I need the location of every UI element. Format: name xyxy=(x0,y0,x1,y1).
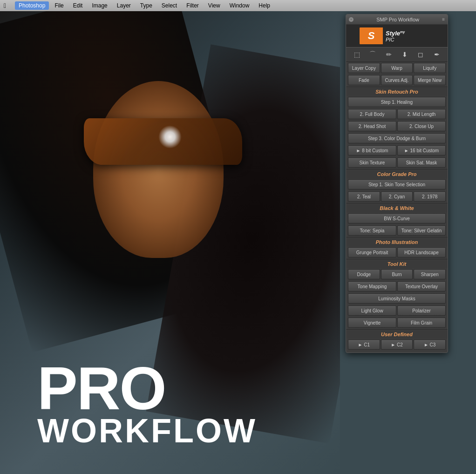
merge-new-button[interactable]: Merge New xyxy=(414,75,446,85)
tone-silver-gelatin-button[interactable]: Tone: Silver Gelatin xyxy=(397,225,446,236)
smp-pro-panel: × SMP Pro Workflow ≡ S Stylemy PIC ⬚ ⌒ ✏… xyxy=(346,14,448,353)
burn-button[interactable]: Burn xyxy=(381,269,413,279)
menu-file[interactable]: File xyxy=(51,1,67,10)
tone-sepia-button[interactable]: Tone: Sepia xyxy=(348,225,396,236)
hdr-landscape-button[interactable]: HDR Landscape xyxy=(397,247,446,257)
user-defined-header: User Defined xyxy=(346,330,448,339)
panel-close-button[interactable]: × xyxy=(349,17,354,22)
liquify-button[interactable]: Liquify xyxy=(414,63,446,73)
luminosity-row: Luminosity Masks xyxy=(346,292,448,305)
texture-overlay-button[interactable]: Texture Overlay xyxy=(397,281,446,291)
photo-background: PRO WORKFLOW xyxy=(0,11,340,474)
dodge-button[interactable]: Dodge xyxy=(348,269,380,279)
8bit-custom-button[interactable]: ► 8 bit Custom xyxy=(348,145,396,156)
full-body-button[interactable]: 2. Full Body xyxy=(348,109,396,119)
menu-image[interactable]: Image xyxy=(88,1,111,10)
logo-pic-text: PIC xyxy=(386,37,394,42)
c2-button[interactable]: ► C2 xyxy=(381,339,413,350)
divider-3 xyxy=(346,203,448,203)
menu-select[interactable]: Select xyxy=(158,1,181,10)
skin-texture-button[interactable]: Skin Texture xyxy=(348,157,396,168)
logo-letter-s: S xyxy=(360,27,383,44)
step1-cg-row: Step 1. Skin Tone Selection xyxy=(346,178,448,190)
luminosity-masks-button[interactable]: Luminosity Masks xyxy=(348,293,446,304)
panel-titlebar: × SMP Pro Workflow ≡ xyxy=(346,14,448,25)
head-shot-button[interactable]: 2. Head Shot xyxy=(348,121,396,131)
menu-window[interactable]: Window xyxy=(226,1,253,10)
brush-tool-icon[interactable]: ✏ xyxy=(383,49,395,60)
fade-button[interactable]: Fade xyxy=(348,75,380,85)
polarizer-button[interactable]: Polarizer xyxy=(397,305,446,316)
logo-my-text: my xyxy=(400,30,405,33)
sharpen-button[interactable]: Sharpen xyxy=(414,269,446,279)
pro-workflow-text: PRO WORKFLOW xyxy=(37,361,257,446)
menu-filter[interactable]: Filter xyxy=(183,1,203,10)
divider-6 xyxy=(346,329,448,330)
bw-scurve-row: BW S-Curve xyxy=(346,212,448,224)
menu-edit[interactable]: Edit xyxy=(69,1,87,10)
skin-sat-mask-button[interactable]: Skin Sat. Mask xyxy=(397,157,446,168)
menu-photoshop[interactable]: Photoshop xyxy=(15,1,49,10)
stylemypic-logo: S Stylemy PIC xyxy=(360,27,434,44)
btn-row-10: Dodge Burn Sharpen xyxy=(346,268,448,280)
grunge-portrait-button[interactable]: Grunge Portrait xyxy=(348,247,396,257)
divider-1 xyxy=(346,87,448,87)
logo-text: Stylemy PIC xyxy=(383,30,434,42)
close-up-button[interactable]: 2. Close Up xyxy=(397,121,446,131)
menu-help[interactable]: Help xyxy=(255,1,274,10)
16bit-custom-button[interactable]: ► 16 bit Custom xyxy=(397,145,446,156)
btn-row-13: Vignette Film Grain xyxy=(346,317,448,329)
color-grade-header: Color Grade Pro xyxy=(346,170,448,178)
step1-healing-button[interactable]: Step 1. Healing xyxy=(348,97,446,107)
film-grain-button[interactable]: Film Grain xyxy=(397,318,446,328)
marquee-tool-icon[interactable]: ⬚ xyxy=(351,49,363,60)
light-glow-button[interactable]: Light Glow xyxy=(348,305,396,316)
vignette-button[interactable]: Vignette xyxy=(348,318,396,328)
warp-button[interactable]: Warp xyxy=(381,63,413,73)
panel-menu-icon[interactable]: ≡ xyxy=(442,17,445,22)
tone-mapping-button[interactable]: Tone Mapping xyxy=(348,281,396,291)
cyan-button[interactable]: 2. Cyan xyxy=(381,191,413,202)
lasso-tool-icon[interactable]: ⌒ xyxy=(367,49,379,60)
skin-retouch-header: Skin Retouch Pro xyxy=(346,88,448,96)
btn-row-7: 2. Teal 2. Cyan 2. 1978 xyxy=(346,190,448,203)
layer-copy-button[interactable]: Layer Copy xyxy=(348,63,380,73)
pen-tool-icon[interactable]: ✒ xyxy=(431,49,443,60)
1978-button[interactable]: 2. 1978 xyxy=(414,191,446,202)
btn-row-11: Tone Mapping Texture Overlay xyxy=(346,280,448,292)
bw-header: Black & White xyxy=(346,204,448,212)
face-skin xyxy=(93,81,224,258)
btn-row-3: 2. Full Body 2. Mid Length xyxy=(346,108,448,120)
btn-row-9: Grunge Portrait HDR Landscape xyxy=(346,246,448,258)
btn-row-1: Layer Copy Warp Liquify xyxy=(346,62,448,74)
logo-style-text: Stylemy xyxy=(386,30,405,37)
btn-row-5: ► 8 bit Custom ► 16 bit Custom xyxy=(346,144,448,156)
skin-tone-selection-button[interactable]: Step 1. Skin Tone Selection xyxy=(348,179,446,190)
mid-length-button[interactable]: 2. Mid Length xyxy=(397,109,446,119)
apple-logo-icon:  xyxy=(4,2,11,9)
eraser-tool-icon[interactable]: ◻ xyxy=(415,49,427,60)
panel-logo-area: S Stylemy PIC xyxy=(346,25,448,47)
bw-scurve-button[interactable]: BW S-Curve xyxy=(348,213,446,223)
c3-button[interactable]: ► C3 xyxy=(414,339,446,350)
panel-toolbar: ⬚ ⌒ ✏ ⬇ ◻ ✒ xyxy=(346,47,448,62)
btn-row-8: Tone: Sepia Tone: Silver Gelatin xyxy=(346,224,448,237)
divider-4 xyxy=(346,237,448,237)
c1-button[interactable]: ► C1 xyxy=(348,339,380,350)
curves-adj-button[interactable]: Curves Adj. xyxy=(381,75,413,85)
step3-button[interactable]: Step 3. Color Dodge & Burn xyxy=(348,133,446,143)
stamp-tool-icon[interactable]: ⬇ xyxy=(399,49,411,60)
btn-row-12: Light Glow Polarizer xyxy=(346,305,448,317)
btn-row-2: Fade Curves Adj. Merge New xyxy=(346,74,448,86)
workflow-label: WORKFLOW xyxy=(37,416,257,446)
divider-2 xyxy=(346,169,448,169)
step3-row: Step 3. Color Dodge & Burn xyxy=(346,132,448,144)
panel-title: SMP Pro Workflow xyxy=(354,17,442,22)
btn-row-6: Skin Texture Skin Sat. Mask xyxy=(346,156,448,169)
teal-button[interactable]: 2. Teal xyxy=(348,191,380,202)
btn-row-4: 2. Head Shot 2. Close Up xyxy=(346,120,448,132)
menu-view[interactable]: View xyxy=(204,1,224,10)
menu-layer[interactable]: Layer xyxy=(113,1,135,10)
menu-type[interactable]: Type xyxy=(136,1,156,10)
btn-row-14: ► C1 ► C2 ► C3 xyxy=(346,339,448,352)
